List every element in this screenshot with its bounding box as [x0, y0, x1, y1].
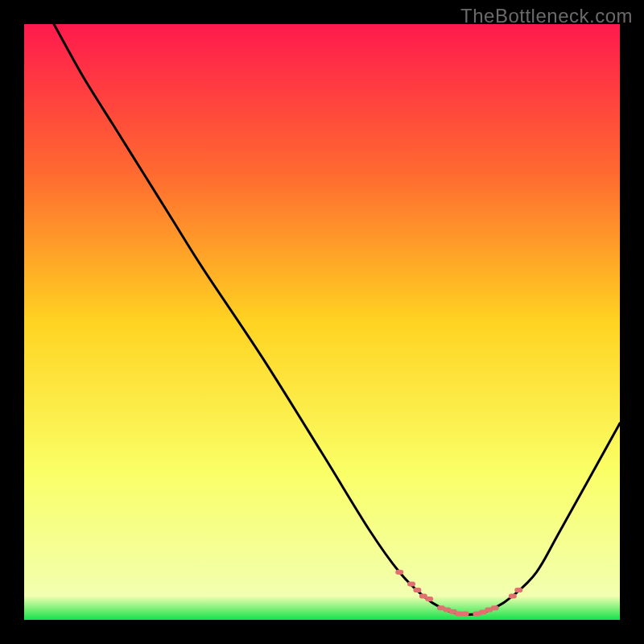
marker-dash: [509, 593, 517, 598]
marker-dash: [491, 605, 499, 610]
gradient-background: [24, 24, 620, 620]
marker-dash: [514, 588, 522, 592]
marker-dash: [413, 588, 421, 592]
marker-dash: [395, 570, 403, 575]
marker-dash: [461, 612, 469, 617]
chart-frame: [24, 24, 620, 620]
marker-dash: [407, 582, 415, 587]
chart-svg: [24, 24, 620, 620]
watermark-text: TheBottleneck.com: [460, 5, 633, 27]
marker-dash: [425, 597, 433, 601]
